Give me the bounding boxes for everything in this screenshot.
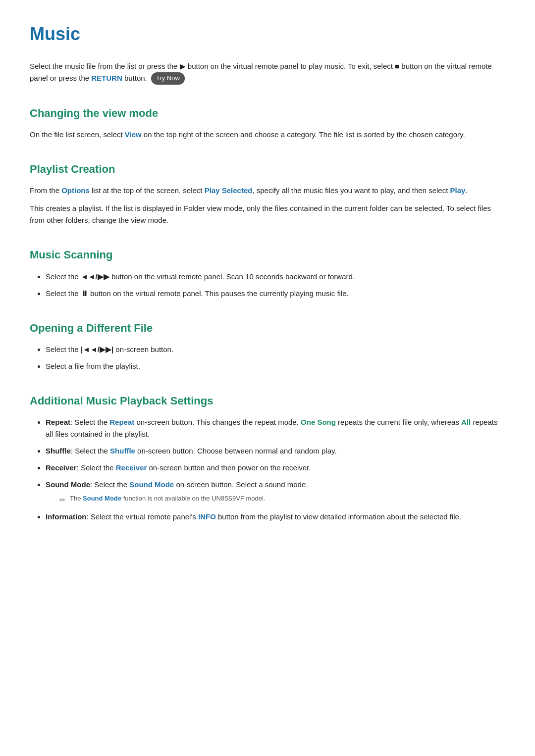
- sound-mode-link[interactable]: Sound Mode: [129, 480, 174, 489]
- pause-icon: ⏸: [81, 289, 88, 298]
- section-heading-changing-view-mode: Changing the view mode: [30, 104, 505, 122]
- additional-settings-repeat: Repeat: Select the Repeat on-screen butt…: [46, 416, 505, 440]
- sound-mode-note: ✏ The Sound Mode function is not availab…: [59, 494, 505, 506]
- scan-icon: ◄◄/▶▶: [81, 272, 109, 281]
- additional-settings-shuffle: Shuffle: Select the Shuffle on-screen bu…: [46, 445, 505, 457]
- receiver-label: Receiver: [46, 463, 77, 472]
- sound-mode-note-text: The Sound Mode function is not available…: [70, 494, 266, 504]
- additional-settings-sound-mode: Sound Mode: Select the Sound Mode on-scr…: [46, 479, 505, 506]
- shuffle-link[interactable]: Shuffle: [110, 447, 135, 455]
- section-heading-additional-settings: Additional Music Playback Settings: [30, 392, 505, 409]
- shuffle-label: Shuffle: [46, 447, 71, 455]
- page-title: Music: [30, 20, 505, 49]
- intro-text4: button.: [122, 74, 147, 82]
- one-song-link[interactable]: One Song: [301, 418, 336, 426]
- playlist-creation-paragraph2: This creates a playlist. If the list is …: [30, 202, 505, 226]
- note-pencil-icon: ✏: [59, 494, 66, 506]
- info-link[interactable]: INFO: [198, 512, 216, 521]
- play-selected-link[interactable]: Play Selected: [205, 186, 253, 195]
- music-scanning-item-1: Select the ◄◄/▶▶ button on the virtual r…: [46, 271, 505, 283]
- intro-paragraph: Select the music file from the list or p…: [30, 60, 505, 85]
- view-link[interactable]: View: [125, 130, 142, 139]
- prev-next-icon: |◄◄/▶▶|: [81, 345, 113, 353]
- opening-file-item-1: Select the |◄◄/▶▶| on-screen button.: [46, 344, 505, 355]
- options-link[interactable]: Options: [61, 186, 90, 195]
- intro-text2: button on the virtual remote panel to pl…: [186, 62, 395, 70]
- sound-mode-label: Sound Mode: [46, 480, 90, 489]
- additional-settings-list: Repeat: Select the Repeat on-screen butt…: [30, 416, 505, 523]
- music-scanning-list: Select the ◄◄/▶▶ button on the virtual r…: [30, 271, 505, 300]
- playlist-creation-paragraph1: From the Options list at the top of the …: [30, 185, 505, 197]
- return-link[interactable]: RETURN: [91, 74, 122, 82]
- music-scanning-item-2: Select the ⏸ button on the virtual remot…: [46, 288, 505, 300]
- section-heading-music-scanning: Music Scanning: [30, 246, 505, 263]
- stop-icon: ■: [395, 62, 399, 70]
- try-now-button[interactable]: Try Now: [151, 72, 185, 85]
- section-heading-opening-different-file: Opening a Different File: [30, 319, 505, 337]
- play-link[interactable]: Play: [450, 186, 465, 195]
- opening-file-list: Select the |◄◄/▶▶| on-screen button. Sel…: [30, 344, 505, 372]
- all-link[interactable]: All: [461, 418, 471, 426]
- changing-view-mode-paragraph: On the file list screen, select View on …: [30, 129, 505, 141]
- receiver-link[interactable]: Receiver: [116, 463, 147, 472]
- section-heading-playlist-creation: Playlist Creation: [30, 160, 505, 178]
- repeat-label: Repeat: [46, 418, 70, 426]
- repeat-link[interactable]: Repeat: [109, 418, 134, 426]
- intro-text1: Select the music file from the list or p…: [30, 62, 180, 70]
- play-icon: ▶: [180, 62, 186, 70]
- additional-settings-receiver: Receiver: Select the Receiver on-screen …: [46, 462, 505, 474]
- information-label: Information: [46, 512, 87, 521]
- opening-file-item-2: Select a file from the playlist.: [46, 360, 505, 372]
- additional-settings-information: Information: Select the virtual remote p…: [46, 511, 505, 523]
- sound-mode-note-link[interactable]: Sound Mode: [83, 495, 121, 502]
